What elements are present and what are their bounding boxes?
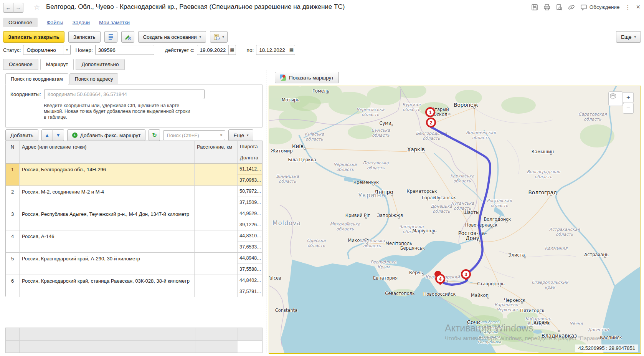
column-header-n: N [6,141,20,163]
table-search-input[interactable]: Поиск (Ctrl+F) × [163,130,225,140]
print-icon[interactable] [543,4,550,11]
chevron-down-icon[interactable]: ▾ [63,45,70,55]
document-clock-dropdown[interactable]: ▾ [210,31,228,43]
table-row[interactable]: 2Россия, М-2, соединение М-2 и М-450,797… [6,186,262,208]
column-header-lat: Широта [238,141,262,152]
column-header-distance: Расстояние, км [195,141,238,163]
nav-link-files[interactable]: Файлы [47,20,63,25]
nav-link-notes[interactable]: Мои заметки [99,20,130,25]
coordinates-input[interactable]: Координаты 50.603664, 36.571844 [44,89,205,99]
close-icon[interactable]: × [636,3,640,11]
route-marker-2[interactable]: 2 [426,118,436,127]
forward-button[interactable]: → [13,3,23,13]
route-overlay [269,86,641,353]
add-fixed-route-button[interactable]: +Добавить фикс. маршрут [67,129,146,141]
map-panel: Показать маршрут [269,70,641,353]
favorite-star-icon[interactable]: ☆ [34,3,40,12]
status-select[interactable]: Оформлено▾ [23,45,71,55]
save-icon[interactable] [531,4,538,11]
table-row[interactable]: 6Россия, Краснодарский край, станица Рае… [6,275,262,297]
status-label: Статус: [3,47,21,53]
more-menu-icon[interactable]: ⋮ [625,4,631,11]
create-based-on-button[interactable]: Создать на основании▾ [138,31,206,43]
tab-additional[interactable]: Дополнительно [76,59,124,70]
zoom-out-button[interactable]: − [623,103,634,114]
tab-route[interactable]: Маршрут [40,59,74,70]
link-icon[interactable] [568,4,575,11]
discussion-button[interactable]: Обсуждение [580,4,620,11]
tab-search-by-address[interactable]: Поиск по адресу [69,73,119,84]
route-points-table: N Адрес (или описание точки) Расстояние,… [5,141,263,296]
table-toolbar: Добавить ▲ ▼ +Добавить фикс. маршрут ↻ П… [5,129,262,141]
table-row[interactable]: 3Россия, Республика Адыгея, Теучежский р… [6,208,262,230]
table-header[interactable]: N Адрес (или описание точки) Расстояние,… [6,141,262,164]
valid-from-label: действует с: [165,47,195,53]
valid-to-label: по: [247,47,254,53]
valid-from-field[interactable]: 19.09.2022▦ [197,45,236,55]
clear-search-icon[interactable]: × [217,131,225,140]
calendar-icon[interactable]: ▦ [228,45,235,55]
save-and-close-button[interactable]: Записать и закрыть [3,31,64,43]
discussion-label: Обсуждение [590,4,620,10]
nav-tab-main[interactable]: Основное [3,18,38,27]
table-row[interactable]: 4Россия, А-14644,8310...37,6533... [6,230,262,253]
refresh-button[interactable]: ↻ [149,129,160,141]
add-point-button[interactable]: Добавить [5,129,38,141]
valid-to-field[interactable]: 18.12.2022▦ [256,45,295,55]
route-editor-panel: Поиск по координатам Поиск по адресу Коо… [3,70,263,353]
column-header-coordinates: Широта Долгота [238,141,262,163]
calendar-icon[interactable]: ▦ [288,45,295,55]
move-down-button[interactable]: ▼ [53,129,64,141]
report-structure-button[interactable] [104,31,117,43]
back-button[interactable]: ← [3,3,13,13]
show-route-button[interactable]: Показать маршрут [275,72,339,83]
column-header-address: Адрес (или описание точки) [20,141,195,163]
number-label: Номер: [75,47,92,53]
page-title: Белгород. Обл., Чуево - Краснодарский кр… [46,3,345,11]
breadcrumb: Основное Файлы Задачи Мои заметки [3,17,130,28]
map-canvas[interactable]: ГомельМозырьЧернігівська областьКурская … [269,86,641,354]
move-up-button[interactable]: ▲ [41,129,53,141]
coordinates-hint: Введите координаты или, удерживая Ctrl, … [44,103,190,120]
map-pin-icon [280,75,286,81]
tab-search-by-coordinates[interactable]: Поиск по координатам [5,73,68,84]
search-tabs: Поиск по координатам Поиск по адресу [5,73,119,84]
command-bar: Записать и закрыть Записать Создать на о… [3,31,641,43]
plus-icon: + [72,132,78,138]
sign-document-button[interactable] [121,31,134,43]
page-tabs: Основное Маршрут Дополнительно [3,59,127,70]
table-more-button[interactable]: Еще▾ [228,129,253,141]
nav-link-tasks[interactable]: Задачи [73,20,90,25]
route-marker-1[interactable]: 1 [425,107,435,117]
window-titlebar: ← → ☆ Белгород. Обл., Чуево - Краснодарс… [0,0,644,15]
coordinates-groupbox: Координаты: Координаты 50.603664, 36.571… [5,84,263,128]
route-page: Поиск по координатам Поиск по адресу Коо… [3,70,641,353]
preview-icon[interactable] [556,4,563,11]
tab-main[interactable]: Основное [3,59,38,70]
panel-splitter[interactable] [266,70,266,353]
route-marker-3[interactable]: 3 [461,269,471,279]
table-row[interactable]: 1Россия, Белгородская обл., 14Н-29651,14… [6,164,262,186]
route-marker-4[interactable]: 4 [435,274,445,284]
cursor-coordinates-readout: 42.5206995 : 29.9047851 [575,344,638,352]
map-layers-button[interactable] [608,91,623,106]
column-header-lon: Долгота [238,152,262,163]
table-row[interactable]: 5Россия, Краснодарский край, А-290, 30-й… [6,253,262,275]
coordinates-label: Координаты: [10,91,41,97]
zoom-in-button[interactable]: + [623,92,634,103]
number-field[interactable]: 389596 [95,45,154,55]
application-window: ← → ☆ Белгород. Обл., Чуево - Краснодарс… [0,0,644,356]
form-more-button[interactable]: Еще▾ [616,31,641,43]
table-footer-area [5,328,263,353]
save-button[interactable]: Записать [68,31,101,43]
document-fields: Статус: Оформлено▾ Номер: 389596 действу… [3,45,295,55]
